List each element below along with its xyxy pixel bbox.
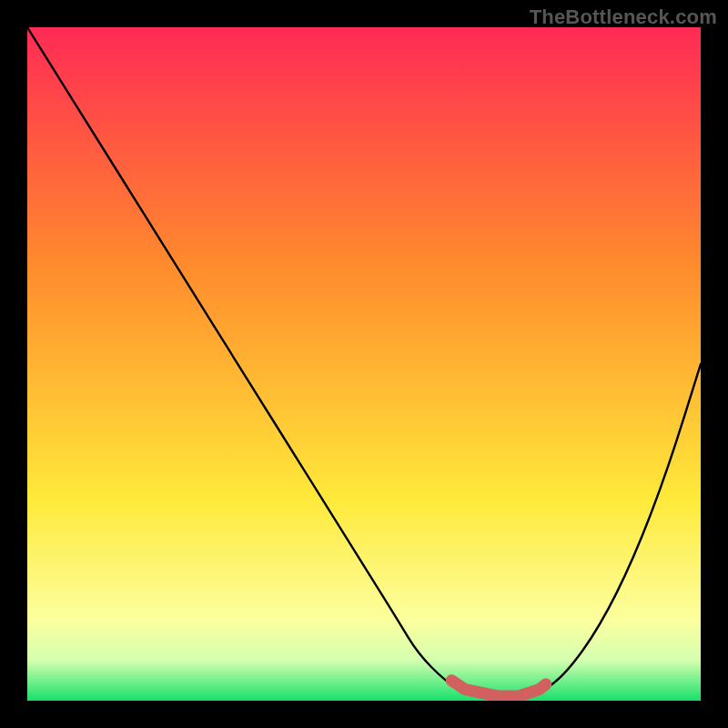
plot-area bbox=[27, 27, 701, 701]
chart-frame: TheBottleneck.com bbox=[0, 0, 728, 728]
watermark-text: TheBottleneck.com bbox=[530, 5, 717, 29]
chart-svg bbox=[27, 27, 701, 701]
gradient-background bbox=[27, 27, 701, 701]
